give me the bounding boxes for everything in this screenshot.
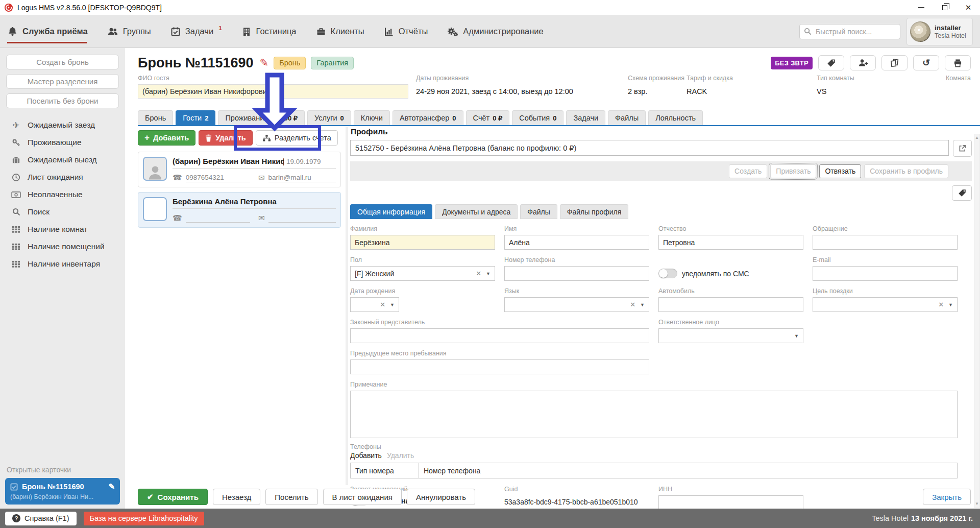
middle-name-field[interactable]: Петровна [658, 235, 803, 250]
guest-card-1[interactable]: (барин) Берёзкин Иван Никифорович 19.09.… [138, 152, 341, 187]
email-field[interactable] [813, 266, 958, 281]
open-card-booking[interactable]: Бронь №1151690 ✎ (барин) Берёзкин Иван Н… [5, 478, 120, 505]
close-card-button[interactable]: Закрыть [923, 489, 971, 505]
phones-table[interactable]: Тип номера Номер телефона [350, 463, 958, 478]
profile-input[interactable]: 5152750 - Берёзкина Алёна Петровна (бала… [350, 140, 949, 156]
profile-link-button[interactable]: Привязать [770, 164, 816, 178]
pencil-icon[interactable]: ✎ [108, 482, 115, 491]
nav-groups[interactable]: Группы [107, 15, 151, 47]
copy-button[interactable] [881, 55, 908, 70]
panel-splitter[interactable] [346, 127, 348, 485]
phones-add-link[interactable]: Добавить [350, 451, 382, 460]
profile-create-button[interactable]: Создать [729, 164, 767, 178]
check-in-button[interactable]: Поселить [265, 489, 317, 505]
close-button[interactable]: ✕ [957, 0, 980, 15]
clear-icon[interactable]: ✕ [380, 301, 385, 308]
trip-purpose-select[interactable]: ✕▼ [813, 297, 958, 312]
profile-tab-profile-files[interactable]: Файлы профиля [560, 204, 629, 219]
guest-email[interactable]: barin@mail.ru [268, 174, 336, 182]
responsible-select[interactable]: ▼ [658, 328, 803, 343]
split-bills-button[interactable]: Разделить счета [256, 130, 338, 146]
previous-place-field[interactable] [350, 359, 649, 374]
clear-icon[interactable]: ✕ [938, 301, 944, 308]
profile-tab-files[interactable]: Файлы [520, 204, 557, 219]
help-button[interactable]: ? Справка (F1) [5, 512, 77, 525]
nav-clients[interactable]: Клиенты [316, 15, 364, 47]
nav-front-desk[interactable]: Служба приёма [7, 15, 88, 47]
tab-files[interactable]: Файлы [608, 110, 646, 125]
clear-icon[interactable]: ✕ [476, 270, 481, 277]
sidebar-item-room-availability[interactable]: Наличие комнат [0, 221, 125, 238]
restore-button[interactable] [933, 0, 957, 15]
create-booking-button[interactable]: Создать бронь [6, 55, 119, 69]
add-guest-button[interactable] [850, 55, 876, 70]
nav-reports[interactable]: Отчёты [384, 15, 428, 47]
sidebar-item-inventory-availability[interactable]: Наличие инвентаря [0, 255, 125, 273]
nav-administration[interactable]: Администрирование [447, 15, 543, 47]
tab-loyalty[interactable]: Лояльность [648, 110, 703, 125]
tab-transfer[interactable]: Автотрансфер0 [393, 110, 463, 125]
scroll-down-icon[interactable]: ▼ [975, 501, 979, 506]
legal-rep-field[interactable] [350, 328, 649, 343]
print-button[interactable] [945, 55, 971, 70]
guest-phone[interactable] [186, 214, 250, 223]
phone-number-field[interactable] [504, 266, 649, 281]
tab-guests[interactable]: Гости2 [176, 110, 215, 125]
to-waitlist-button[interactable]: В лист ожидания [323, 489, 402, 505]
quick-search-box[interactable] [799, 24, 900, 39]
note-textarea[interactable] [350, 391, 958, 438]
tags-button[interactable] [818, 55, 844, 70]
user-menu[interactable]: installer Tesla Hotel [906, 18, 973, 45]
tab-stay[interactable]: Проживание57 200 ₽ [218, 110, 305, 125]
tab-keys[interactable]: Ключи [354, 110, 390, 125]
sidebar-item-expected-arrival[interactable]: ✈ Ожидаемый заезд [0, 116, 125, 134]
guest-email[interactable] [268, 214, 336, 223]
phones-delete-link[interactable]: Удалить [387, 451, 414, 460]
history-button[interactable]: ↺ [913, 55, 939, 70]
delete-guest-row-button[interactable]: Удалить [199, 130, 253, 146]
profile-tags-button[interactable] [952, 185, 972, 201]
sidebar-item-unpaid[interactable]: Неоплаченные [0, 186, 125, 203]
language-select[interactable]: ✕▼ [504, 297, 649, 312]
profile-unlink-button[interactable]: Отвязать [819, 164, 861, 178]
edit-pencil-icon[interactable]: ✎ [260, 57, 269, 69]
sidebar-item-in-house[interactable]: Проживающие [0, 134, 125, 151]
first-name-field[interactable]: Алёна [504, 235, 649, 250]
split-wizard-button[interactable]: Мастер разделения [6, 74, 119, 89]
car-field[interactable] [658, 297, 803, 312]
form-scrollbar[interactable]: ▲ ▼ [974, 134, 980, 508]
sidebar-item-waitlist[interactable]: Лист ожидания [0, 169, 125, 186]
sidebar-item-space-availability[interactable]: Наличие помещений [0, 238, 125, 255]
sms-toggle[interactable] [658, 269, 677, 278]
profile-tab-general[interactable]: Общая информация [350, 204, 432, 219]
annul-button[interactable]: Аннулировать [407, 489, 475, 505]
salutation-field[interactable] [813, 235, 958, 250]
open-profile-button[interactable] [953, 140, 972, 157]
last-name-field[interactable]: Берёзкина [350, 235, 495, 250]
tab-events[interactable]: События0 [512, 110, 564, 125]
tab-folio[interactable]: Счёт0 ₽ [466, 110, 510, 125]
nav-hotel[interactable]: Гостиница [241, 15, 297, 47]
tab-booking[interactable]: Бронь [138, 110, 173, 125]
guest-name-input[interactable]: (барин) Берёзкин Иван Никифорович [138, 84, 408, 99]
profile-tab-documents[interactable]: Документы и адреса [435, 204, 518, 219]
guest-phone[interactable]: 0987654321 [186, 174, 250, 182]
minimize-button[interactable] [910, 0, 933, 15]
birth-date-select[interactable]: ✕▼ [350, 297, 399, 312]
add-guest-row-button[interactable]: +Добавить [138, 130, 195, 146]
profile-save-button[interactable]: Сохранить в профиль [864, 164, 948, 178]
checkin-without-booking-button[interactable]: Поселить без брони [6, 93, 119, 108]
clear-icon[interactable]: ✕ [630, 301, 635, 308]
guest-card-2[interactable]: Берёзкина Алёна Петровна ☎ ✉ [138, 192, 341, 228]
scroll-up-icon[interactable]: ▲ [975, 135, 979, 140]
quick-search-input[interactable] [815, 27, 896, 36]
no-show-button[interactable]: Незаезд [213, 489, 260, 505]
nav-tasks[interactable]: Задачи1 [170, 15, 222, 47]
sidebar-item-search[interactable]: Поиск [0, 203, 125, 221]
sidebar-item-expected-departure[interactable]: Ожидаемый выезд [0, 151, 125, 169]
tab-tasks[interactable]: Задачи [566, 110, 605, 125]
gender-select[interactable]: [F] Женский✕▼ [350, 266, 495, 281]
tab-services[interactable]: Услуги0 [307, 110, 351, 125]
top-nav: Служба приёма Группы Задачи1 Гостиница К… [0, 15, 980, 48]
save-button[interactable]: ✔Сохранить [138, 489, 208, 505]
